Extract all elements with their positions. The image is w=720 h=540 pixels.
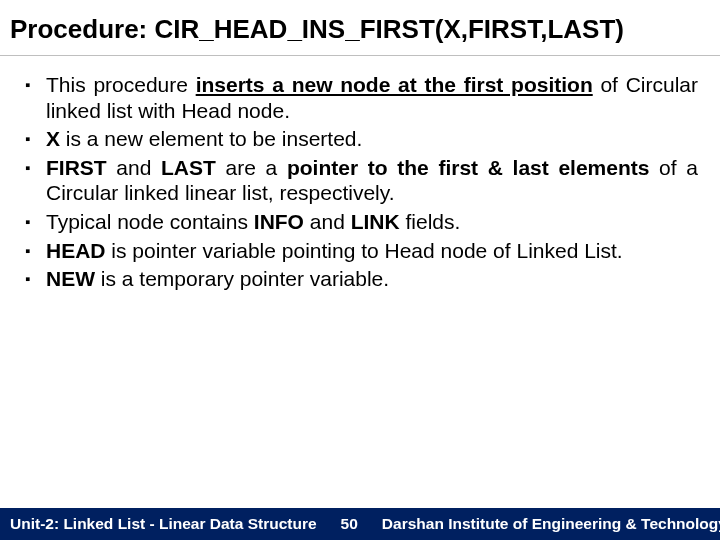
list-item: HEAD is pointer variable pointing to Hea… xyxy=(22,238,698,264)
slide-content: This procedure inserts a new node at the… xyxy=(0,56,720,292)
footer-page-number: 50 xyxy=(341,515,358,533)
text-strong: HEAD xyxy=(46,239,106,262)
text-strong: INFO xyxy=(254,210,304,233)
list-item: Typical node contains INFO and LINK fiel… xyxy=(22,209,698,235)
text-strong: LAST xyxy=(161,156,216,179)
slide-footer: Unit-2: Linked List - Linear Data Struct… xyxy=(0,508,720,540)
text: and xyxy=(304,210,351,233)
slide-title: Procedure: CIR_HEAD_INS_FIRST(X,FIRST,LA… xyxy=(0,0,720,56)
list-item: NEW is a temporary pointer variable. xyxy=(22,266,698,292)
text-strong: NEW xyxy=(46,267,95,290)
bullet-list: This procedure inserts a new node at the… xyxy=(22,72,698,292)
list-item: FIRST and LAST are a pointer to the firs… xyxy=(22,155,698,206)
list-item: This procedure inserts a new node at the… xyxy=(22,72,698,123)
footer-unit: Unit-2: Linked List - Linear Data Struct… xyxy=(8,515,317,533)
text-strong: FIRST xyxy=(46,156,107,179)
text: are a xyxy=(216,156,287,179)
text: Typical node contains xyxy=(46,210,254,233)
text: This procedure xyxy=(46,73,196,96)
text-strong: X xyxy=(46,127,60,150)
text: is a new element to be inserted. xyxy=(60,127,362,150)
text: is pointer variable pointing to Head nod… xyxy=(106,239,623,262)
footer-institute: Darshan Institute of Engineering & Techn… xyxy=(382,515,720,533)
text-strong: pointer to the first & last elements xyxy=(287,156,650,179)
text: and xyxy=(107,156,161,179)
text: is a temporary pointer variable. xyxy=(95,267,389,290)
text-strong-underline: inserts a new node at the first position xyxy=(196,73,593,96)
text-strong: LINK xyxy=(351,210,400,233)
text: fields. xyxy=(400,210,461,233)
list-item: X is a new element to be inserted. xyxy=(22,126,698,152)
